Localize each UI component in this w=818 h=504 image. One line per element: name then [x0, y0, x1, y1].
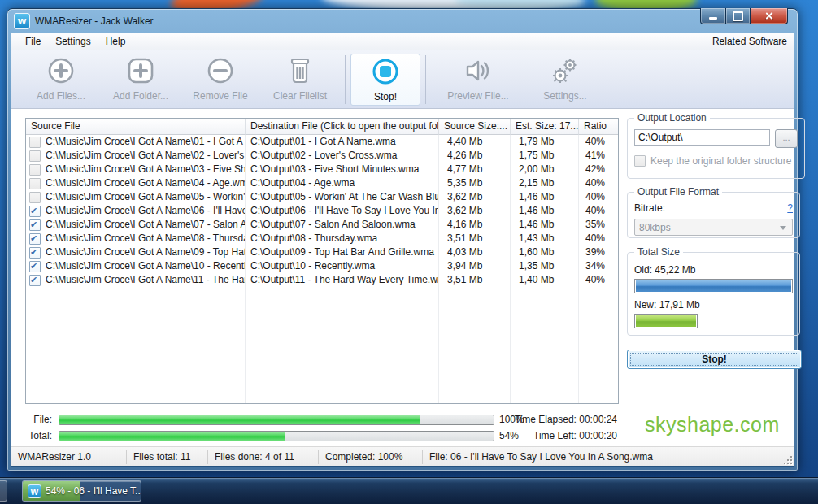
- toolbar-separator: [345, 55, 346, 104]
- table-row[interactable]: C:\Music\Jim Croce\I Got A Name\06 - I'l…: [26, 204, 618, 218]
- header-destination-file[interactable]: Destination File (Click to open the outp…: [246, 119, 439, 135]
- taskbar-app-button[interactable]: w 54% - 06 - I'll Have T...: [22, 480, 141, 502]
- row-checkbox[interactable]: [29, 178, 41, 189]
- bitrate-help-link[interactable]: ?: [787, 202, 793, 214]
- taskbar-button-label: 54% - 06 - I'll Have T...: [46, 485, 141, 497]
- settings-button[interactable]: Settings...: [525, 54, 605, 106]
- destination-file-cell[interactable]: C:\Output\04 - Age.wma: [246, 176, 439, 190]
- ratio-cell: 40%: [579, 273, 618, 287]
- table-row[interactable]: C:\Music\Jim Croce\I Got A Name\03 - Fiv…: [26, 163, 618, 176]
- stop-toolbar-button[interactable]: Stop!: [350, 54, 420, 106]
- row-checkbox[interactable]: [29, 150, 41, 162]
- minimize-button[interactable]: [700, 8, 726, 24]
- destination-file-cell[interactable]: C:\Output\02 - Lover's Cross.wma: [246, 149, 439, 163]
- maximize-icon: [733, 11, 743, 21]
- add-folder-button[interactable]: Add Folder...: [101, 54, 181, 106]
- add-folder-icon: [124, 55, 158, 89]
- taskbar: w 54% - 06 - I'll Have T...: [0, 477, 818, 504]
- file-progress-fill: [59, 415, 420, 424]
- output-path-input[interactable]: [634, 129, 770, 146]
- table-row[interactable]: C:\Music\Jim Croce\I Got A Name\10 - Rec…: [26, 259, 618, 273]
- row-checkbox[interactable]: [29, 261, 41, 272]
- menu-help[interactable]: Help: [98, 34, 133, 49]
- titlebar[interactable]: w WMAResizer - Jack Walker: [11, 9, 794, 33]
- total-size-group: Total Size Old: 45,22 Mb New: 17,91 Mb: [627, 246, 800, 336]
- destination-file-cell[interactable]: C:\Output\03 - Five Short Minutes.wma: [246, 163, 439, 176]
- source-size-cell: 3,62 Mb: [439, 204, 511, 218]
- menu-settings[interactable]: Settings: [48, 34, 98, 49]
- file-list[interactable]: Source File Destination File (Click to o…: [25, 118, 619, 404]
- ratio-cell: 34%: [579, 259, 618, 273]
- add-files-button[interactable]: Add Files...: [21, 54, 101, 106]
- row-checkbox[interactable]: [29, 233, 41, 245]
- preview-file-button[interactable]: Preview File...: [431, 54, 525, 106]
- stop-toolbar-label: Stop!: [374, 91, 397, 102]
- row-checkbox[interactable]: [29, 206, 41, 217]
- destination-file-cell[interactable]: C:\Output\11 - The Hard Way Every Time.w…: [246, 273, 439, 287]
- ratio-cell: 41%: [579, 149, 618, 163]
- output-location-group: Output Location ... Keep the original fo…: [627, 112, 805, 179]
- status-current-file: File: 06 - I'll Have To Say I Love You I…: [423, 450, 794, 464]
- total-progress-fill: [59, 432, 285, 441]
- close-button[interactable]: [751, 8, 788, 24]
- row-checkbox[interactable]: [29, 275, 41, 286]
- table-row[interactable]: C:\Music\Jim Croce\I Got A Name\08 - Thu…: [26, 232, 618, 245]
- stop-button[interactable]: Stop!: [627, 350, 802, 369]
- file-rows: C:\Music\Jim Croce\I Got A Name\01 - I G…: [26, 135, 618, 287]
- destination-file-cell[interactable]: C:\Output\06 - I'll Have To Say I Love Y…: [246, 204, 439, 218]
- est-size-cell: 1,46 Mb: [511, 190, 579, 204]
- taskbar-item-partial[interactable]: [0, 480, 7, 502]
- est-size-cell: 1,60 Mb: [511, 245, 579, 259]
- column-separator: [438, 135, 439, 403]
- header-est-size[interactable]: Est. Size: 17...: [511, 119, 579, 135]
- remove-file-button[interactable]: Remove File: [181, 54, 260, 106]
- browse-button[interactable]: ...: [775, 129, 798, 148]
- stop-icon: [368, 56, 402, 90]
- status-bar: WMAResizer 1.0 Files total: 11 Files don…: [11, 446, 794, 466]
- table-row[interactable]: C:\Music\Jim Croce\I Got A Name\09 - Top…: [26, 245, 618, 259]
- destination-file-cell[interactable]: C:\Output\08 - Thursday.wma: [246, 232, 439, 245]
- row-checkbox[interactable]: [29, 137, 41, 148]
- remove-file-label: Remove File: [193, 90, 247, 102]
- destination-file-cell[interactable]: C:\Output\07 - Salon And Saloon.wma: [246, 218, 439, 232]
- header-source-size[interactable]: Source Size:...: [439, 119, 511, 135]
- destination-file-cell[interactable]: C:\Output\09 - Top Hat Bar And Grille.wm…: [246, 245, 439, 259]
- status-files-done: Files done: 4 of 11: [208, 450, 319, 464]
- row-checkbox[interactable]: [29, 247, 41, 259]
- menu-file[interactable]: File: [18, 34, 48, 49]
- row-checkbox[interactable]: [29, 192, 41, 203]
- source-size-cell: 3,62 Mb: [439, 190, 511, 204]
- table-row[interactable]: C:\Music\Jim Croce\I Got A Name\04 - Age…: [26, 176, 618, 190]
- destination-file-cell[interactable]: C:\Output\05 - Workin' At The Car Wash B…: [246, 190, 439, 204]
- ratio-cell: 40%: [579, 204, 618, 218]
- table-row[interactable]: C:\Music\Jim Croce\I Got A Name\02 - Lov…: [26, 149, 618, 163]
- maximize-button[interactable]: [726, 8, 751, 24]
- header-source-file[interactable]: Source File: [26, 119, 246, 135]
- main-content: Source File Destination File (Click to o…: [11, 109, 794, 448]
- table-row[interactable]: C:\Music\Jim Croce\I Got A Name\07 - Sal…: [26, 218, 618, 232]
- table-row[interactable]: C:\Music\Jim Croce\I Got A Name\05 - Wor…: [26, 190, 618, 204]
- source-file-cell: C:\Music\Jim Croce\I Got A Name\11 - The…: [46, 273, 246, 287]
- settings-label: Settings...: [543, 90, 586, 102]
- table-row[interactable]: C:\Music\Jim Croce\I Got A Name\01 - I G…: [26, 135, 618, 149]
- row-checkbox[interactable]: [29, 164, 41, 176]
- table-row[interactable]: C:\Music\Jim Croce\I Got A Name\11 - The…: [26, 273, 618, 287]
- keep-structure-label: Keep the original folder structure: [650, 155, 791, 167]
- new-size-bar: [634, 314, 698, 328]
- toolbar: Add Files... Add Folder... Remove File: [11, 50, 794, 109]
- bitrate-select[interactable]: 80kbps: [634, 219, 793, 236]
- clear-filelist-icon: [283, 55, 317, 89]
- menu-related-software[interactable]: Related Software: [712, 36, 787, 47]
- clear-filelist-button[interactable]: Clear Filelist: [260, 54, 340, 106]
- destination-file-cell[interactable]: C:\Output\01 - I Got A Name.wma: [246, 135, 439, 149]
- header-ratio[interactable]: Ratio: [579, 119, 618, 135]
- destination-file-cell[interactable]: C:\Output\10 - Recently.wma: [246, 259, 439, 273]
- est-size-cell: 1,40 Mb: [511, 273, 579, 287]
- resize-grip[interactable]: [782, 454, 792, 464]
- est-size-cell: 1,46 Mb: [511, 204, 579, 218]
- row-checkbox[interactable]: [29, 219, 41, 231]
- file-list-header: Source File Destination File (Click to o…: [26, 119, 618, 135]
- keep-structure-checkbox[interactable]: [634, 155, 646, 167]
- est-size-cell: 1,46 Mb: [511, 218, 579, 232]
- est-size-cell: 1,35 Mb: [511, 259, 579, 273]
